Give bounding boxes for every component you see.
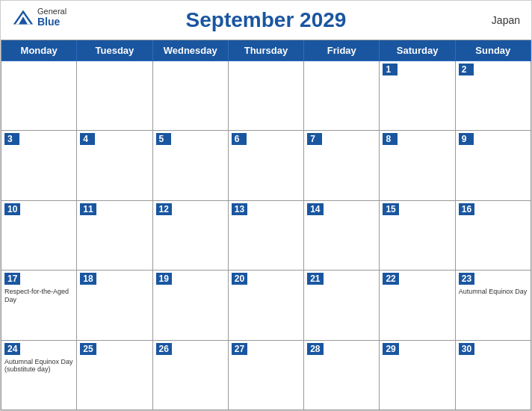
day-header-monday: Monday [1,40,77,61]
day-number: 19 [156,273,172,285]
week-row-3: 10111213141516 [1,201,531,271]
day-number: 18 [80,273,96,285]
day-cell: 26 [153,341,229,410]
day-cell: 1 [380,61,455,130]
day-cell [304,61,380,130]
day-header-friday: Friday [304,40,380,61]
day-number: 26 [156,343,172,355]
day-cell: 8 [380,131,455,200]
day-cell: 13 [229,201,304,270]
day-cell: 17Respect-for-the-Aged Day [1,271,77,339]
day-number: 24 [4,343,20,355]
day-number: 3 [4,133,19,145]
day-number: 5 [156,133,171,145]
day-number: 10 [4,203,20,215]
day-number: 13 [232,203,247,215]
day-cell [1,61,77,130]
day-cell: 24Autumnal Equinox Day (substitute day) [1,341,77,410]
day-cell [153,61,229,130]
day-cell: 7 [304,131,380,200]
day-cell: 22 [380,271,455,339]
day-number: 16 [459,203,474,215]
week-row-1: 12 [1,61,531,131]
general-blue-logo-icon [12,9,34,25]
day-cell: 18 [77,271,152,339]
day-cell: 10 [1,201,77,270]
day-cell: 19 [153,271,229,339]
logo-area: General Blue [12,7,66,28]
day-number: 4 [80,133,95,145]
day-cell: 11 [77,201,152,270]
day-cell: 6 [229,131,304,200]
day-cell [77,61,152,130]
day-header-sunday: Sunday [456,40,531,61]
day-cell: 25 [77,341,152,410]
calendar-grid: MondayTuesdayWednesdayThursdayFridaySatu… [1,40,531,410]
day-number: 30 [459,343,474,355]
calendar-header: General Blue September 2029 Japan [1,1,531,40]
day-cell: 21 [304,271,380,339]
day-cell: 2 [456,61,531,130]
day-cell: 12 [153,201,229,270]
day-cell: 14 [304,201,380,270]
day-number: 25 [80,343,96,355]
day-cell [229,61,304,130]
logo-blue-text: Blue [37,16,66,28]
calendar-title: September 2029 [186,8,347,32]
day-number: 14 [307,203,323,215]
logo-general-text: General [37,7,66,16]
day-cell: 5 [153,131,229,200]
day-cell: 27 [229,341,304,410]
day-cell: 23Autumnal Equinox Day [456,271,531,339]
holiday-text: Respect-for-the-Aged Day [4,288,73,304]
day-number: 15 [383,203,398,215]
day-header-tuesday: Tuesday [77,40,152,61]
week-row-5: 24Autumnal Equinox Day (substitute day)2… [1,341,531,410]
day-number: 27 [232,343,247,355]
day-header-thursday: Thursday [229,40,304,61]
country-label: Japan [492,14,520,26]
day-cell: 3 [1,131,77,200]
day-headers: MondayTuesdayWednesdayThursdayFridaySatu… [1,40,531,61]
day-number: 21 [307,273,323,285]
day-number: 29 [383,343,398,355]
day-cell: 20 [229,271,304,339]
day-number: 20 [232,273,247,285]
day-cell: 15 [380,201,455,270]
day-header-wednesday: Wednesday [153,40,229,61]
day-cell: 29 [380,341,455,410]
holiday-text: Autumnal Equinox Day (substitute day) [4,358,73,374]
day-number: 22 [383,273,398,285]
day-number: 8 [383,133,398,145]
calendar-container: General Blue September 2029 Japan Monday… [0,0,532,411]
day-number: 6 [232,133,247,145]
day-number: 23 [459,273,474,285]
day-number: 9 [459,133,474,145]
week-row-2: 3456789 [1,131,531,200]
day-number: 2 [459,64,474,75]
day-number: 28 [307,343,323,355]
day-cell: 16 [456,201,531,270]
holiday-text: Autumnal Equinox Day [459,288,528,296]
day-number: 7 [307,133,322,145]
day-number: 11 [80,203,96,215]
day-cell: 28 [304,341,380,410]
weeks-container: 1234567891011121314151617Respect-for-the… [1,61,531,410]
day-number: 17 [4,273,20,285]
day-cell: 4 [77,131,152,200]
day-number: 1 [383,64,398,75]
day-cell: 9 [456,131,531,200]
week-row-4: 17Respect-for-the-Aged Day181920212223Au… [1,271,531,340]
day-number: 12 [156,203,172,215]
day-header-saturday: Saturday [380,40,455,61]
day-cell: 30 [456,341,531,410]
